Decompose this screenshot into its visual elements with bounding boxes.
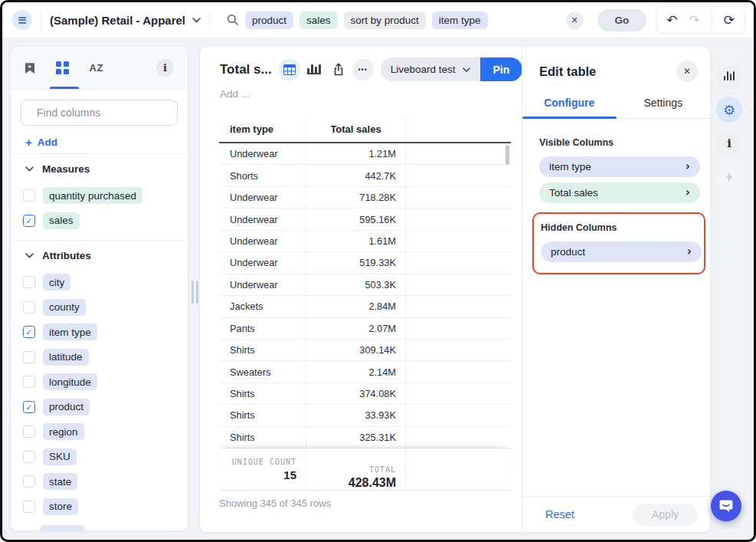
chat-launcher[interactable] xyxy=(711,491,741,521)
table-row[interactable]: Shirts 33.93K xyxy=(219,405,511,426)
column-list-item[interactable]: state xyxy=(11,469,188,494)
column-checkbox[interactable] xyxy=(23,451,35,463)
column-checkbox[interactable] xyxy=(23,301,35,314)
refresh-icon[interactable]: ⟳ xyxy=(724,14,735,27)
panel-column-chip[interactable]: Total sales › xyxy=(539,182,700,203)
chart-view-toggle[interactable] xyxy=(307,64,321,74)
column-checkbox[interactable]: ✓ xyxy=(23,215,35,227)
hidden-columns-label: Hidden Columns xyxy=(541,222,704,233)
column-checkbox[interactable]: ✓ xyxy=(23,401,35,413)
table-row[interactable]: Underwear 503.3K xyxy=(219,274,511,296)
star-icon: ★ xyxy=(28,64,32,70)
column-list-item[interactable]: ✓ sales xyxy=(11,209,188,234)
liveboard-dropdown[interactable]: Liveboard test xyxy=(381,57,480,81)
table-cell-item-type: Underwear xyxy=(219,252,306,273)
search-token[interactable]: product xyxy=(245,11,293,29)
find-columns-box[interactable] xyxy=(21,100,178,126)
chevron-down-icon xyxy=(25,253,34,258)
tab-settings[interactable]: Settings xyxy=(617,92,711,118)
row-count-status: Showing 345 of 345 rows xyxy=(219,498,331,509)
column-list-item[interactable]: longitude xyxy=(11,370,188,395)
go-button[interactable]: Go xyxy=(597,9,647,31)
table-row[interactable]: Shorts 442.7K xyxy=(219,165,511,186)
find-columns-input[interactable] xyxy=(37,107,175,119)
table-row[interactable]: Underwear 595.16K xyxy=(219,209,511,230)
apply-button[interactable]: Apply xyxy=(633,504,698,526)
column-list-item[interactable]: store xyxy=(11,494,188,520)
column-list-item[interactable]: SKU xyxy=(11,445,188,470)
table-cell-item-type: Underwear xyxy=(219,231,306,251)
answer-description[interactable]: Add ... xyxy=(220,88,250,100)
sidebar-resize-handle[interactable] xyxy=(191,281,198,304)
column-checkbox[interactable] xyxy=(23,189,35,202)
search-bar[interactable]: productsalessort by productitem type ✕ G… xyxy=(218,9,656,31)
answer-title[interactable]: Total s... xyxy=(220,62,272,77)
table-row[interactable]: Underwear 1.21M xyxy=(219,143,511,165)
share-icon[interactable] xyxy=(332,62,345,77)
redo-icon[interactable]: ↷ xyxy=(689,14,700,27)
column-list-item[interactable]: county xyxy=(11,295,188,320)
datasource-selector[interactable]: (Sample) Retail - Apparel xyxy=(50,14,201,27)
summary-total: TOTAL 428.43M xyxy=(306,448,405,490)
table-cell-item-type: Shirts xyxy=(219,427,306,448)
table-row[interactable]: Shirts 325.31K xyxy=(219,427,511,448)
reset-button[interactable]: Reset xyxy=(545,508,574,521)
column-header-total-sales[interactable]: Total sales xyxy=(306,117,405,142)
column-checkbox[interactable] xyxy=(23,501,35,513)
settings-gear-button[interactable]: ⚙ xyxy=(716,97,742,123)
table-row[interactable]: Pants 2.07M xyxy=(219,318,511,340)
more-options-button[interactable]: ••• xyxy=(352,59,374,80)
column-header-item-type[interactable]: item type xyxy=(219,117,306,142)
section-label: Attributes xyxy=(42,250,91,261)
sort-az-icon[interactable]: AZ xyxy=(90,62,103,74)
column-checkbox[interactable] xyxy=(23,376,35,388)
table-scrollbar[interactable] xyxy=(506,145,509,165)
search-token[interactable]: sort by product xyxy=(344,11,426,29)
column-checkbox[interactable] xyxy=(23,276,35,288)
panel-column-chip[interactable]: product › xyxy=(541,241,702,262)
add-column-button[interactable]: + Add xyxy=(25,136,57,149)
close-icon[interactable]: ✕ xyxy=(676,61,698,82)
table-view-toggle[interactable] xyxy=(279,59,300,80)
column-list-item[interactable]: ✓ product xyxy=(11,395,188,420)
section-header[interactable]: Measures xyxy=(11,154,188,183)
column-checkbox[interactable]: ✓ xyxy=(23,326,35,338)
insights-button[interactable] xyxy=(716,164,742,190)
panel-column-chip[interactable]: item type › xyxy=(539,156,700,177)
panel-body: Visible Columns item type › Total sales … xyxy=(522,119,710,274)
colchip-label: Total sales xyxy=(549,187,598,199)
table-cell-item-type: Underwear xyxy=(219,143,306,164)
column-list-item[interactable]: latitude xyxy=(11,345,188,370)
search-token[interactable]: sales xyxy=(299,11,338,29)
column-list-item[interactable]: ✓ item type xyxy=(11,320,188,345)
table-row[interactable]: Shirts 374.08K xyxy=(219,383,511,405)
chart-config-button[interactable] xyxy=(716,63,742,89)
unique-count-value: 15 xyxy=(283,468,296,481)
table-row[interactable]: Jackets 2.84M xyxy=(219,296,511,317)
details-button[interactable]: i xyxy=(716,130,742,156)
section-header[interactable]: Attributes xyxy=(11,241,188,270)
table-cell-total-sales: 325.31K xyxy=(306,427,405,448)
clear-search-button[interactable]: ✕ xyxy=(566,11,584,29)
table-cell-item-type: Underwear xyxy=(219,274,306,295)
column-list-item[interactable]: city xyxy=(11,270,188,295)
table-row[interactable]: Shirts 309.14K xyxy=(219,340,511,361)
table-row[interactable]: Underwear 519.33K xyxy=(219,252,511,274)
tab-configure[interactable]: Configure xyxy=(522,92,617,118)
column-checkbox[interactable] xyxy=(23,475,35,488)
info-icon[interactable]: i xyxy=(156,59,174,77)
undo-icon[interactable]: ↶ xyxy=(666,14,677,27)
column-checkbox[interactable] xyxy=(23,351,35,363)
column-list-item[interactable]: quantity purchased xyxy=(11,183,188,209)
table-row[interactable]: Underwear 1.61M xyxy=(219,231,511,252)
grid-view-icon[interactable] xyxy=(56,61,69,74)
menu-button[interactable]: ≡ xyxy=(12,10,32,30)
table-row[interactable]: Underwear 718.28K xyxy=(219,187,511,209)
column-checkbox[interactable] xyxy=(23,425,35,438)
column-list-item[interactable]: region xyxy=(11,419,188,445)
search-token[interactable]: item type xyxy=(432,11,488,29)
pin-button[interactable]: Pin xyxy=(480,57,523,81)
table-row[interactable]: Sweaters 2.14M xyxy=(219,361,511,383)
visible-columns-label: Visible Columns xyxy=(539,137,710,148)
bookmark-icon[interactable]: ★ xyxy=(25,62,35,74)
